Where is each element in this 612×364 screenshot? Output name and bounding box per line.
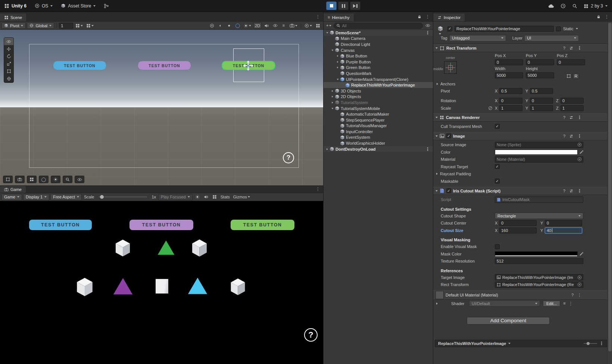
help-icon[interactable]: ?: [563, 46, 565, 50]
presets-icon[interactable]: [569, 189, 574, 193]
scale-link-icon[interactable]: [488, 106, 493, 110]
hierarchy-item[interactable]: TutorialVisualManager: [324, 123, 433, 129]
grid-snap-button[interactable]: [74, 22, 84, 29]
layer-dropdown[interactable]: UI: [524, 35, 579, 41]
canvas-renderer-header[interactable]: Canvas Renderer ? ⋮: [433, 113, 607, 122]
object-picker-icon[interactable]: [577, 282, 582, 287]
target-image-field[interactable]: ReplaceThisWithYourPointerImage (Im: [495, 274, 583, 280]
hierarchy-item[interactable]: TutorialSystemMobile: [324, 106, 433, 112]
cull-transparent-mesh-checkbox[interactable]: ✓: [495, 124, 500, 129]
shader-list-icon[interactable]: ≡: [563, 301, 565, 305]
sphere-overlay-button[interactable]: ◯: [39, 176, 49, 183]
wireframe-mode-button[interactable]: ●: [225, 22, 233, 29]
scrollbar-thumb[interactable]: [608, 23, 612, 351]
color-swatch[interactable]: [495, 150, 578, 155]
active-checkbox[interactable]: ✓: [447, 26, 452, 31]
cutout-center-x-field[interactable]: [499, 220, 537, 226]
source-image-field[interactable]: None (Sprite): [495, 142, 583, 148]
grid-overlay-button[interactable]: [27, 176, 37, 183]
object-picker-icon[interactable]: [577, 157, 582, 161]
hierarchy-item[interactable]: Canvas: [324, 47, 433, 53]
history-icon[interactable]: [561, 3, 566, 9]
hierarchy-item[interactable]: 2D Objects: [324, 94, 433, 100]
static-flags-icon[interactable]: [576, 28, 578, 29]
pivot-dropdown[interactable]: Pivot: [1, 22, 26, 29]
raycast-padding-foldout[interactable]: Raycast Padding: [433, 170, 607, 178]
raycast-target-checkbox[interactable]: ✓: [495, 164, 500, 169]
play-button[interactable]: [326, 1, 337, 10]
display-dropdown[interactable]: Display 1: [23, 194, 49, 200]
help-icon[interactable]: ?: [563, 189, 565, 193]
test-button-blue[interactable]: TEST BUTTON: [53, 61, 106, 70]
unity-menu[interactable]: Unity 6: [0, 0, 31, 12]
gameobject-name-input[interactable]: [455, 26, 554, 32]
footer-menu-icon[interactable]: ⋮: [599, 341, 604, 346]
scene-options-icon[interactable]: ⋮: [425, 147, 430, 151]
lighting-toggle-button[interactable]: ◯: [234, 22, 241, 29]
inspector-menu-icon[interactable]: ⋮: [605, 15, 609, 19]
material-preview-foldout[interactable]: [436, 302, 438, 305]
hierarchy-item[interactable]: StepSequencePlayer: [324, 117, 433, 123]
presets-icon[interactable]: [569, 115, 574, 120]
version-control-button[interactable]: [100, 0, 113, 12]
component-menu-icon[interactable]: ⋮: [577, 293, 582, 297]
render-mode-button[interactable]: [208, 22, 216, 29]
scene-options-icon[interactable]: ⋮: [425, 31, 430, 35]
asset-selector-bar[interactable]: ReplaceThisWithYourPointerImage ⋮: [435, 340, 607, 347]
material-preview-thumbnail[interactable]: [435, 291, 444, 299]
edit-shader-button[interactable]: Edit...: [543, 301, 560, 307]
gizmos-dropdown[interactable]: [303, 22, 313, 29]
asset-store-menu[interactable]: Asset Store: [57, 0, 100, 12]
scene-viewport[interactable]: TEST BUTTON TEST BUTTON TEST BUTTON ?: [0, 30, 323, 185]
hierarchy-item-disabled[interactable]: TutorialSystem: [324, 100, 433, 106]
foldout-icon[interactable]: [435, 117, 438, 118]
inspector-scrollbar[interactable]: [607, 22, 612, 364]
component-menu-icon[interactable]: ⋮: [577, 115, 582, 120]
game-menu-icon[interactable]: ⋮: [316, 187, 320, 191]
shader-menu-icon[interactable]: ⋮: [569, 301, 573, 306]
raw-edit-button[interactable]: R: [573, 73, 579, 79]
move-tool-button[interactable]: [4, 45, 13, 53]
hierarchy-item[interactable]: Directional Light: [324, 41, 433, 47]
hierarchy-scene-row[interactable]: DemoScene*⋮: [324, 30, 433, 36]
tab-game[interactable]: Game: [0, 186, 26, 193]
effects-dropdown[interactable]: [243, 22, 252, 29]
rect-transform-ref-field[interactable]: ReplaceThisWithYourPointerImage (Re: [495, 282, 583, 288]
scene-visibility-button[interactable]: [271, 22, 279, 29]
hierarchy-item-selected[interactable]: ReplaceThisWithYourPointerImage: [324, 82, 433, 88]
eyedropper-icon[interactable]: [579, 252, 584, 256]
audio-toggle-button[interactable]: [263, 22, 270, 29]
global-dropdown[interactable]: Global: [27, 22, 54, 29]
add-component-button[interactable]: Add Component: [467, 317, 550, 324]
cutout-center-y-field[interactable]: [545, 220, 582, 226]
image-enabled-checkbox[interactable]: ✓: [446, 134, 451, 138]
rotation-x-field[interactable]: [499, 98, 522, 104]
stats-button[interactable]: Stats: [219, 194, 231, 200]
lock-icon[interactable]: [596, 15, 601, 19]
game-viewport[interactable]: TEST BUTTON TEST BUTTON TEST BUTTON ?: [0, 201, 323, 364]
iris-cutout-mask-header[interactable]: ✓ Iris Cutout Mask (Script) ? ⋮: [433, 187, 607, 195]
hierarchy-item[interactable]: Purple Button: [324, 59, 433, 65]
scene-menu-icon[interactable]: ⋮: [316, 15, 320, 19]
presets-icon[interactable]: [569, 46, 574, 50]
rotation-z-field[interactable]: [561, 98, 584, 104]
hierarchy-item[interactable]: 3D Objects: [324, 88, 433, 94]
step-button[interactable]: [350, 1, 360, 10]
hierarchy-search[interactable]: [334, 23, 423, 29]
play-focused-dropdown[interactable]: Play Focused: [158, 194, 193, 200]
transform-tool-button[interactable]: [4, 75, 13, 82]
aspect-ratio-dropdown[interactable]: Free Aspect: [50, 194, 82, 200]
tab-scene[interactable]: Scene: [0, 13, 26, 21]
hierarchy-item[interactable]: EventSystem: [324, 135, 433, 141]
help-icon[interactable]: ?: [563, 134, 565, 138]
script-enabled-checkbox[interactable]: ✓: [446, 188, 451, 193]
static-checkbox[interactable]: [556, 26, 561, 31]
rect-tool-button[interactable]: [4, 68, 13, 75]
search-input[interactable]: [342, 23, 420, 28]
grid-visibility-button[interactable]: [314, 22, 322, 29]
anchor-preset-button[interactable]: [444, 61, 457, 74]
rect-overlay-button[interactable]: [3, 176, 13, 183]
test-button-blue[interactable]: TEST BUTTON: [29, 220, 92, 230]
grid-size-input[interactable]: [59, 23, 73, 29]
anchors-foldout[interactable]: Anchors: [433, 81, 607, 87]
